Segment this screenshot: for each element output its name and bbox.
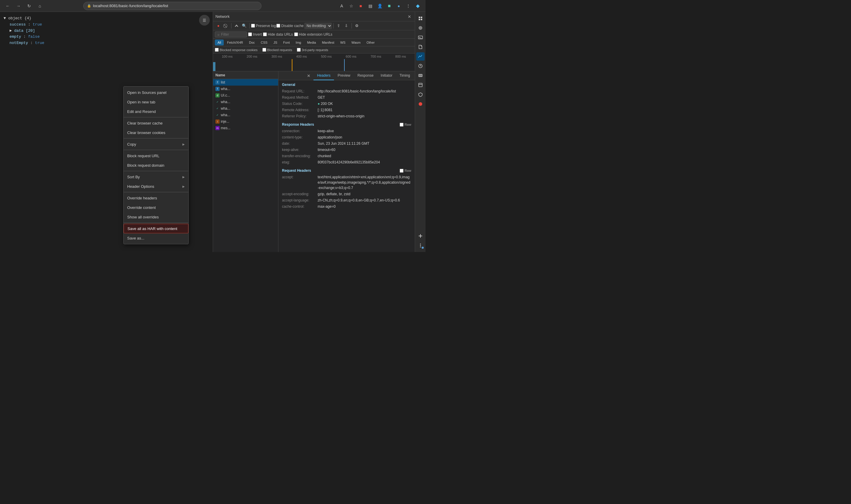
network-item-list[interactable]: f list bbox=[213, 79, 278, 86]
network-item-mes[interactable]: m mes... bbox=[213, 125, 278, 131]
filter-type-js[interactable]: JS bbox=[271, 39, 280, 46]
tab-response[interactable]: Response bbox=[354, 71, 377, 80]
preserve-log-checkbox[interactable]: Preserve log bbox=[251, 24, 276, 28]
toolbar-sep-1 bbox=[231, 23, 232, 29]
cm-open-new-tab[interactable]: Open in new tab bbox=[124, 97, 188, 107]
invert-checkbox[interactable]: Invert bbox=[248, 32, 262, 37]
sidebar-icon-add[interactable] bbox=[416, 232, 424, 240]
referrer-val: strict-origin-when-cross-origin bbox=[318, 113, 364, 119]
sidebar-icon-elements[interactable] bbox=[416, 24, 424, 32]
sidebar-icon-sources[interactable] bbox=[416, 43, 424, 51]
cm-show-overrides[interactable]: Show all overrides bbox=[124, 212, 188, 222]
cm-override-headers[interactable]: Override headers bbox=[124, 193, 188, 203]
network-item-ui[interactable]: d UI.c... bbox=[213, 92, 278, 98]
filter-type-wasm[interactable]: Wasm bbox=[349, 39, 363, 46]
search-button[interactable]: 🔍 bbox=[241, 22, 248, 30]
back-button[interactable]: ← bbox=[3, 2, 12, 10]
forward-button[interactable]: → bbox=[14, 2, 22, 10]
import-har-button[interactable]: ⇧ bbox=[335, 22, 342, 30]
json-expand-data[interactable]: ► bbox=[10, 29, 12, 33]
reload-button[interactable]: ↻ bbox=[25, 2, 33, 10]
cm-open-sources[interactable]: Open in Sources panel bbox=[124, 88, 188, 97]
filter-type-ws[interactable]: WS bbox=[338, 39, 348, 46]
blocked-requests-check[interactable]: Blocked requests bbox=[262, 48, 292, 52]
throttle-select[interactable]: No throttling bbox=[304, 22, 332, 29]
cm-clear-cookies[interactable]: Clear browser cookies bbox=[124, 128, 188, 137]
filter-type-manifest[interactable]: Manifest bbox=[319, 39, 337, 46]
network-item-wha3[interactable]: ✓ wha... bbox=[213, 105, 278, 112]
extension-icon-1[interactable]: ■ bbox=[357, 2, 365, 10]
network-item-wha4[interactable]: ✓ wha... bbox=[213, 112, 278, 118]
details-close-button[interactable]: ✕ bbox=[305, 72, 312, 79]
filter-input[interactable] bbox=[221, 32, 245, 37]
network-item-wha2[interactable]: ✓ wha... bbox=[213, 98, 278, 105]
tab-timing[interactable]: Timing bbox=[396, 71, 414, 80]
filter-type-other[interactable]: Other bbox=[364, 39, 377, 46]
copilot-button[interactable]: ◆ bbox=[414, 2, 422, 10]
request-raw-checkbox[interactable]: Raw bbox=[400, 169, 411, 173]
response-raw-checkbox[interactable]: Raw bbox=[400, 123, 411, 127]
cm-block-domain[interactable]: Block request domain bbox=[124, 160, 188, 170]
filter-type-doc[interactable]: Doc bbox=[246, 39, 258, 46]
date-row: date: Sun, 23 Jun 2024 11:11:26 GMT bbox=[282, 141, 411, 146]
cm-clear-cache[interactable]: Clear browser cache bbox=[124, 118, 188, 128]
cm-header-options[interactable]: Header Options ▶ bbox=[124, 182, 188, 191]
sidebar-icon-performance[interactable] bbox=[416, 62, 424, 70]
translate-icon[interactable]: A bbox=[338, 2, 346, 10]
network-conditions-button[interactable] bbox=[233, 22, 240, 30]
extension-icon-4[interactable]: ● bbox=[395, 2, 403, 10]
profile-icon[interactable]: 👤 bbox=[376, 2, 384, 10]
clear-button[interactable]: ⃠ bbox=[222, 22, 230, 30]
third-party-check[interactable]: 3rd-party requests bbox=[297, 48, 328, 52]
cm-block-url[interactable]: Block request URL bbox=[124, 151, 188, 160]
cm-save-har[interactable]: Save all as HAR with content bbox=[124, 224, 188, 233]
filter-type-all[interactable]: All bbox=[215, 39, 224, 46]
tab-initiator[interactable]: Initiator bbox=[377, 71, 396, 80]
filter-type-font[interactable]: Font bbox=[280, 39, 292, 46]
extension-icon-2[interactable]: ▤ bbox=[366, 2, 374, 10]
hamburger-button[interactable]: ☰ bbox=[199, 15, 210, 25]
sidebar-icon-application[interactable] bbox=[416, 81, 424, 89]
sidebar-icon-inspect[interactable] bbox=[416, 14, 424, 22]
request-url-row: Request URL: http://localhost:8081/basic… bbox=[282, 89, 411, 94]
cm-override-content[interactable]: Override content bbox=[124, 203, 188, 212]
sidebar-icon-security[interactable] bbox=[416, 90, 424, 98]
cm-save-as[interactable]: Save as... bbox=[124, 233, 188, 243]
hide-extension-urls-checkbox[interactable]: Hide extension URLs bbox=[294, 32, 332, 37]
ae-key: accept-encoding: bbox=[282, 192, 318, 197]
address-bar[interactable]: 🔒 localhost:8081/basic-function/lang/loc… bbox=[83, 2, 261, 10]
disable-cache-checkbox[interactable]: Disable cache bbox=[276, 24, 303, 28]
record-button[interactable]: ● bbox=[215, 22, 222, 30]
more-menu-button[interactable]: ⋮ bbox=[404, 2, 412, 10]
request-url-key: Request URL: bbox=[282, 89, 318, 94]
cm-copy[interactable]: Copy ▶ bbox=[124, 139, 188, 149]
general-section: General Request URL: http://localhost:80… bbox=[282, 83, 411, 119]
details-panel: ✕ Headers Preview Response Initiator Tim… bbox=[278, 71, 415, 252]
sidebar-icon-console[interactable] bbox=[416, 33, 424, 41]
filter-type-img[interactable]: Img bbox=[293, 39, 304, 46]
sidebar-icon-memory[interactable] bbox=[416, 71, 424, 79]
devtools-close-button[interactable]: ✕ bbox=[406, 14, 412, 20]
tab-headers[interactable]: Headers bbox=[313, 71, 334, 80]
cm-sort-by[interactable]: Sort By ▶ bbox=[124, 172, 188, 182]
star-icon[interactable]: ☆ bbox=[347, 2, 355, 10]
cm-edit-resend[interactable]: Edit and Resend bbox=[124, 107, 188, 116]
blocked-response-cookies-check[interactable]: Blocked response cookies bbox=[215, 48, 258, 52]
json-expand-root[interactable]: ▼ bbox=[3, 16, 6, 20]
tab-preview[interactable]: Preview bbox=[334, 71, 354, 80]
sidebar-icon-network[interactable] bbox=[416, 52, 424, 60]
svg-point-5 bbox=[420, 27, 421, 29]
settings-button[interactable]: ⚙ bbox=[353, 22, 360, 30]
extension-icon-3[interactable]: ■ bbox=[385, 2, 393, 10]
filter-type-fetch-xhr[interactable]: Fetch/XHR bbox=[224, 39, 246, 46]
hide-data-urls-checkbox[interactable]: Hide data URLs bbox=[263, 32, 293, 37]
filter-type-css[interactable]: CSS bbox=[258, 39, 270, 46]
filter-type-media[interactable]: Media bbox=[304, 39, 319, 46]
timeline-600ms: 600 ms bbox=[339, 55, 363, 58]
network-item-inject[interactable]: i inje... bbox=[213, 118, 278, 125]
home-button[interactable]: ⌂ bbox=[36, 2, 44, 10]
sidebar-icon-extensions[interactable] bbox=[416, 100, 424, 108]
network-item-wha1[interactable]: f wha... bbox=[213, 86, 278, 92]
sidebar-icon-more[interactable] bbox=[416, 241, 424, 250]
export-har-button[interactable]: ⇩ bbox=[343, 22, 350, 30]
